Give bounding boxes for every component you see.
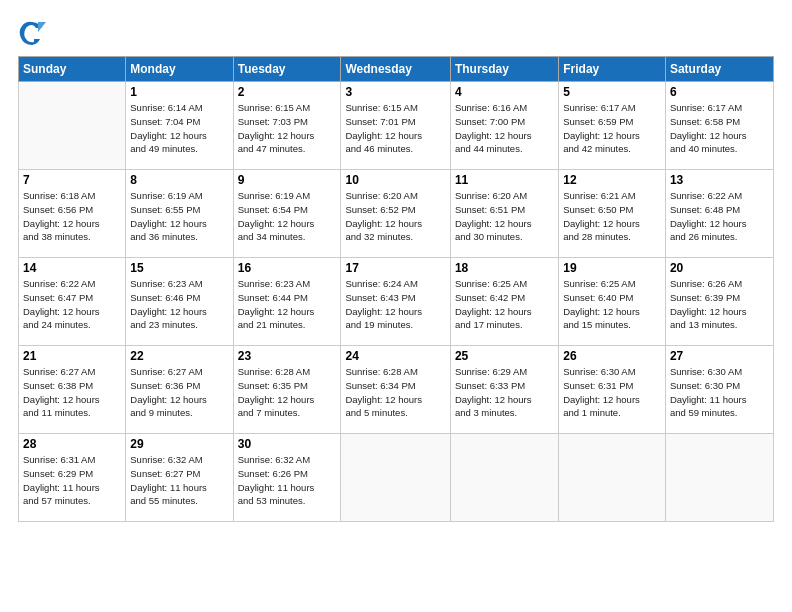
day-info: Sunrise: 6:29 AM Sunset: 6:33 PM Dayligh…: [455, 365, 554, 420]
weekday-header-saturday: Saturday: [665, 57, 773, 82]
day-number: 20: [670, 261, 769, 275]
weekday-header-thursday: Thursday: [450, 57, 558, 82]
day-number: 26: [563, 349, 661, 363]
day-info: Sunrise: 6:14 AM Sunset: 7:04 PM Dayligh…: [130, 101, 228, 156]
day-info: Sunrise: 6:23 AM Sunset: 6:44 PM Dayligh…: [238, 277, 337, 332]
day-info: Sunrise: 6:32 AM Sunset: 6:26 PM Dayligh…: [238, 453, 337, 508]
calendar-cell: 23Sunrise: 6:28 AM Sunset: 6:35 PM Dayli…: [233, 346, 341, 434]
day-number: 28: [23, 437, 121, 451]
calendar-cell: 28Sunrise: 6:31 AM Sunset: 6:29 PM Dayli…: [19, 434, 126, 522]
weekday-header-friday: Friday: [559, 57, 666, 82]
day-number: 25: [455, 349, 554, 363]
day-info: Sunrise: 6:15 AM Sunset: 7:01 PM Dayligh…: [345, 101, 445, 156]
calendar-cell: 4Sunrise: 6:16 AM Sunset: 7:00 PM Daylig…: [450, 82, 558, 170]
calendar-cell: 7Sunrise: 6:18 AM Sunset: 6:56 PM Daylig…: [19, 170, 126, 258]
weekday-header-monday: Monday: [126, 57, 233, 82]
weekday-header-sunday: Sunday: [19, 57, 126, 82]
day-info: Sunrise: 6:28 AM Sunset: 6:35 PM Dayligh…: [238, 365, 337, 420]
day-number: 16: [238, 261, 337, 275]
calendar-cell: [665, 434, 773, 522]
logo-icon: [18, 18, 46, 46]
day-number: 3: [345, 85, 445, 99]
calendar-cell: 22Sunrise: 6:27 AM Sunset: 6:36 PM Dayli…: [126, 346, 233, 434]
calendar-cell: 10Sunrise: 6:20 AM Sunset: 6:52 PM Dayli…: [341, 170, 450, 258]
calendar-cell: 20Sunrise: 6:26 AM Sunset: 6:39 PM Dayli…: [665, 258, 773, 346]
calendar-cell: 6Sunrise: 6:17 AM Sunset: 6:58 PM Daylig…: [665, 82, 773, 170]
calendar-cell: [341, 434, 450, 522]
day-info: Sunrise: 6:27 AM Sunset: 6:38 PM Dayligh…: [23, 365, 121, 420]
day-info: Sunrise: 6:30 AM Sunset: 6:30 PM Dayligh…: [670, 365, 769, 420]
calendar-cell: 14Sunrise: 6:22 AM Sunset: 6:47 PM Dayli…: [19, 258, 126, 346]
calendar-cell: [19, 82, 126, 170]
day-number: 30: [238, 437, 337, 451]
calendar-cell: 12Sunrise: 6:21 AM Sunset: 6:50 PM Dayli…: [559, 170, 666, 258]
day-info: Sunrise: 6:27 AM Sunset: 6:36 PM Dayligh…: [130, 365, 228, 420]
day-number: 24: [345, 349, 445, 363]
day-info: Sunrise: 6:19 AM Sunset: 6:55 PM Dayligh…: [130, 189, 228, 244]
day-info: Sunrise: 6:22 AM Sunset: 6:47 PM Dayligh…: [23, 277, 121, 332]
calendar-cell: 1Sunrise: 6:14 AM Sunset: 7:04 PM Daylig…: [126, 82, 233, 170]
day-info: Sunrise: 6:24 AM Sunset: 6:43 PM Dayligh…: [345, 277, 445, 332]
weekday-header-tuesday: Tuesday: [233, 57, 341, 82]
day-number: 19: [563, 261, 661, 275]
calendar-cell: 30Sunrise: 6:32 AM Sunset: 6:26 PM Dayli…: [233, 434, 341, 522]
svg-marker-0: [38, 22, 46, 32]
day-number: 21: [23, 349, 121, 363]
calendar-cell: 17Sunrise: 6:24 AM Sunset: 6:43 PM Dayli…: [341, 258, 450, 346]
calendar-cell: 25Sunrise: 6:29 AM Sunset: 6:33 PM Dayli…: [450, 346, 558, 434]
day-info: Sunrise: 6:16 AM Sunset: 7:00 PM Dayligh…: [455, 101, 554, 156]
calendar-cell: 2Sunrise: 6:15 AM Sunset: 7:03 PM Daylig…: [233, 82, 341, 170]
day-number: 12: [563, 173, 661, 187]
calendar-cell: 9Sunrise: 6:19 AM Sunset: 6:54 PM Daylig…: [233, 170, 341, 258]
day-info: Sunrise: 6:32 AM Sunset: 6:27 PM Dayligh…: [130, 453, 228, 508]
day-number: 9: [238, 173, 337, 187]
calendar-cell: 15Sunrise: 6:23 AM Sunset: 6:46 PM Dayli…: [126, 258, 233, 346]
calendar-cell: 29Sunrise: 6:32 AM Sunset: 6:27 PM Dayli…: [126, 434, 233, 522]
day-number: 15: [130, 261, 228, 275]
day-info: Sunrise: 6:20 AM Sunset: 6:51 PM Dayligh…: [455, 189, 554, 244]
day-number: 7: [23, 173, 121, 187]
day-info: Sunrise: 6:25 AM Sunset: 6:42 PM Dayligh…: [455, 277, 554, 332]
day-number: 5: [563, 85, 661, 99]
calendar-cell: 3Sunrise: 6:15 AM Sunset: 7:01 PM Daylig…: [341, 82, 450, 170]
day-info: Sunrise: 6:25 AM Sunset: 6:40 PM Dayligh…: [563, 277, 661, 332]
day-info: Sunrise: 6:17 AM Sunset: 6:59 PM Dayligh…: [563, 101, 661, 156]
calendar-cell: 13Sunrise: 6:22 AM Sunset: 6:48 PM Dayli…: [665, 170, 773, 258]
calendar-cell: [559, 434, 666, 522]
day-number: 22: [130, 349, 228, 363]
day-info: Sunrise: 6:22 AM Sunset: 6:48 PM Dayligh…: [670, 189, 769, 244]
day-number: 11: [455, 173, 554, 187]
day-number: 27: [670, 349, 769, 363]
day-number: 2: [238, 85, 337, 99]
day-info: Sunrise: 6:15 AM Sunset: 7:03 PM Dayligh…: [238, 101, 337, 156]
day-number: 6: [670, 85, 769, 99]
day-info: Sunrise: 6:31 AM Sunset: 6:29 PM Dayligh…: [23, 453, 121, 508]
day-number: 18: [455, 261, 554, 275]
day-info: Sunrise: 6:18 AM Sunset: 6:56 PM Dayligh…: [23, 189, 121, 244]
calendar-cell: 27Sunrise: 6:30 AM Sunset: 6:30 PM Dayli…: [665, 346, 773, 434]
day-number: 10: [345, 173, 445, 187]
calendar-cell: 8Sunrise: 6:19 AM Sunset: 6:55 PM Daylig…: [126, 170, 233, 258]
page-header: [18, 18, 774, 46]
calendar-cell: 11Sunrise: 6:20 AM Sunset: 6:51 PM Dayli…: [450, 170, 558, 258]
calendar-cell: 19Sunrise: 6:25 AM Sunset: 6:40 PM Dayli…: [559, 258, 666, 346]
day-info: Sunrise: 6:20 AM Sunset: 6:52 PM Dayligh…: [345, 189, 445, 244]
calendar-cell: 26Sunrise: 6:30 AM Sunset: 6:31 PM Dayli…: [559, 346, 666, 434]
logo: [18, 18, 48, 46]
calendar: SundayMondayTuesdayWednesdayThursdayFrid…: [18, 56, 774, 522]
day-number: 1: [130, 85, 228, 99]
day-number: 13: [670, 173, 769, 187]
calendar-cell: 16Sunrise: 6:23 AM Sunset: 6:44 PM Dayli…: [233, 258, 341, 346]
day-info: Sunrise: 6:23 AM Sunset: 6:46 PM Dayligh…: [130, 277, 228, 332]
day-number: 14: [23, 261, 121, 275]
calendar-cell: 24Sunrise: 6:28 AM Sunset: 6:34 PM Dayli…: [341, 346, 450, 434]
day-number: 29: [130, 437, 228, 451]
day-info: Sunrise: 6:26 AM Sunset: 6:39 PM Dayligh…: [670, 277, 769, 332]
calendar-cell: 21Sunrise: 6:27 AM Sunset: 6:38 PM Dayli…: [19, 346, 126, 434]
day-info: Sunrise: 6:19 AM Sunset: 6:54 PM Dayligh…: [238, 189, 337, 244]
day-info: Sunrise: 6:17 AM Sunset: 6:58 PM Dayligh…: [670, 101, 769, 156]
calendar-cell: [450, 434, 558, 522]
day-number: 17: [345, 261, 445, 275]
weekday-header-wednesday: Wednesday: [341, 57, 450, 82]
day-number: 8: [130, 173, 228, 187]
